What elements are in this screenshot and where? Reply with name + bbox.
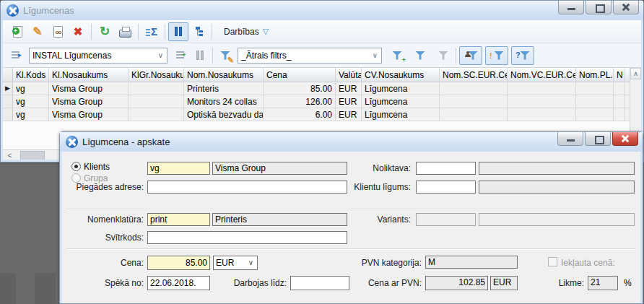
- filter-disabled-icon: [438, 51, 448, 60]
- restore-button[interactable]: [586, 1, 612, 14]
- table-cell[interactable]: [576, 95, 614, 108]
- table-cell[interactable]: [440, 108, 508, 121]
- klientu-ligums-input[interactable]: [416, 181, 476, 194]
- table-cell[interactable]: Līgumcena: [362, 82, 440, 95]
- nomenklatura-code-input[interactable]: [147, 213, 210, 226]
- tree-view-button[interactable]: [188, 22, 209, 41]
- scroll-up-button[interactable]: ∧: [630, 68, 641, 79]
- table-cell[interactable]: 6.00: [264, 108, 336, 121]
- columns-gray-icon: [196, 51, 204, 60]
- header-cell[interactable]: Nom.PL...: [576, 68, 614, 82]
- table-cell[interactable]: [508, 95, 576, 108]
- table-cell[interactable]: [576, 108, 614, 121]
- table-cell[interactable]: Optiskā bezvadu dator...: [184, 108, 264, 121]
- table-cell[interactable]: [440, 82, 508, 95]
- columns-view-button[interactable]: [168, 22, 188, 41]
- table-cell[interactable]: [508, 108, 576, 121]
- filter-warning-toggle[interactable]: !: [485, 46, 508, 65]
- table-cell[interactable]: vg: [13, 108, 49, 121]
- header-cell[interactable]: KlGr.Nosaukums: [129, 68, 184, 82]
- klients-code-input[interactable]: [147, 162, 210, 175]
- klients-radio[interactable]: [71, 162, 81, 171]
- refresh-button[interactable]: ↻: [95, 22, 115, 41]
- header-cell[interactable]: N: [614, 68, 625, 82]
- table-cell[interactable]: Visma Group: [49, 95, 129, 108]
- table-cell[interactable]: vg: [13, 82, 49, 95]
- header-cell[interactable]: Cena: [264, 68, 336, 82]
- cena-input[interactable]: [147, 256, 210, 270]
- filter-user-toggle[interactable]: [459, 46, 482, 65]
- svitrkods-input[interactable]: [147, 231, 347, 244]
- header-cell[interactable]: Nom.SC.EUR.Cena: [440, 68, 508, 82]
- new-record-button[interactable]: +: [7, 22, 27, 41]
- table-cell[interactable]: Printeris: [184, 82, 264, 95]
- view-combo[interactable]: INSTAL Līgumcenas ∨: [29, 48, 167, 64]
- table-cell[interactable]: [614, 95, 625, 108]
- columns-settings-button[interactable]: [191, 46, 209, 65]
- valuta-dropdown[interactable]: EUR ∨: [213, 256, 258, 270]
- add-view-button[interactable]: +: [172, 46, 191, 65]
- scrollbar-thumb[interactable]: [20, 151, 45, 160]
- table-cell[interactable]: Visma Group: [49, 82, 129, 95]
- delete-record-button[interactable]: ✖: [68, 22, 88, 41]
- darbojas-lidz-input[interactable]: [290, 276, 349, 290]
- header-cell[interactable]: Nom.VC.EUR.Cena: [508, 68, 576, 82]
- table-cell[interactable]: [508, 82, 576, 95]
- table-cell[interactable]: [614, 108, 625, 121]
- table-cell[interactable]: [129, 82, 184, 95]
- variants-input: [416, 213, 476, 226]
- piegades-adrese-input[interactable]: [147, 181, 347, 194]
- table-cell[interactable]: EUR: [336, 95, 362, 108]
- filter-question-toggle[interactable]: ?: [511, 46, 534, 65]
- table-cell[interactable]: EUR: [336, 82, 362, 95]
- table-row[interactable]: vgVisma GroupMonitors 24 collas126.00EUR…: [3, 95, 641, 108]
- table-row[interactable]: vgVisma GroupOptiskā bezvadu dator...6.0…: [3, 108, 641, 121]
- header-cell[interactable]: Nom.Nosaukums: [184, 68, 264, 82]
- filter-icon: [392, 51, 402, 60]
- header-cell[interactable]: CV.Nosaukums: [362, 68, 440, 82]
- table-cell[interactable]: [129, 95, 184, 108]
- add-filter-button[interactable]: +: [388, 46, 406, 65]
- dialog-close-button[interactable]: [612, 132, 638, 146]
- view-select-button[interactable]: ▸: [7, 46, 26, 65]
- header-cell[interactable]: Kl.Nosaukums: [49, 68, 129, 82]
- section-separator: [66, 248, 636, 250]
- filter-list-button[interactable]: [411, 46, 430, 65]
- filter-list-icon: [415, 51, 425, 60]
- glasses-icon: oo: [56, 29, 61, 35]
- print-button[interactable]: [115, 22, 135, 41]
- table-cell[interactable]: [614, 82, 625, 95]
- table-cell[interactable]: Līgumcena: [362, 108, 440, 121]
- filter-bar: ▸ INSTAL Līgumcenas ∨ + ✎ _Āt: [3, 43, 641, 67]
- scroll-left-button[interactable]: <: [4, 151, 15, 160]
- table-cell[interactable]: 85.00: [264, 82, 336, 95]
- table-cell[interactable]: [129, 108, 184, 121]
- table-cell[interactable]: [440, 95, 508, 108]
- edit-record-button[interactable]: ✎: [27, 22, 48, 41]
- view-record-button[interactable]: oo: [48, 22, 68, 41]
- minimize-button[interactable]: [558, 1, 584, 14]
- darbibas-menu-button[interactable]: Darbības ▽: [224, 27, 269, 37]
- table-cell[interactable]: Līgumcena: [362, 95, 440, 108]
- table-cell[interactable]: 126.00: [264, 95, 336, 108]
- table-cell[interactable]: EUR: [336, 108, 362, 121]
- dialog-minimize-button[interactable]: [557, 132, 583, 146]
- table-row[interactable]: ▶vgVisma GroupPrinteris85.00EURLīgumcena: [3, 82, 641, 95]
- dialog-restore-button[interactable]: [585, 132, 611, 146]
- edit-filter-button[interactable]: ✎: [216, 46, 235, 65]
- table-cell[interactable]: vg: [13, 95, 49, 108]
- close-button[interactable]: [613, 1, 639, 14]
- delete-icon: ✖: [74, 25, 83, 38]
- table-cell[interactable]: Monitors 24 collas: [184, 95, 264, 108]
- quick-filter-combo[interactable]: _Ātrais filtrs_ ∨: [238, 48, 382, 64]
- sum-button[interactable]: Σ: [142, 22, 162, 41]
- header-cell[interactable]: Valūta: [336, 68, 362, 82]
- header-cell[interactable]: Kl.Kods: [13, 68, 49, 82]
- noliktava-input[interactable]: [416, 162, 476, 175]
- table-cell[interactable]: Visma Group: [49, 108, 129, 121]
- speka-no-input[interactable]: [147, 276, 210, 290]
- main-titlebar[interactable]: Līgumcenas: [1, 1, 643, 20]
- table-cell[interactable]: [576, 82, 614, 95]
- dialog-titlebar[interactable]: Līgumcena - apskate: [60, 132, 643, 152]
- cena-ar-pvn-label: Cena ar PVN:: [344, 278, 422, 288]
